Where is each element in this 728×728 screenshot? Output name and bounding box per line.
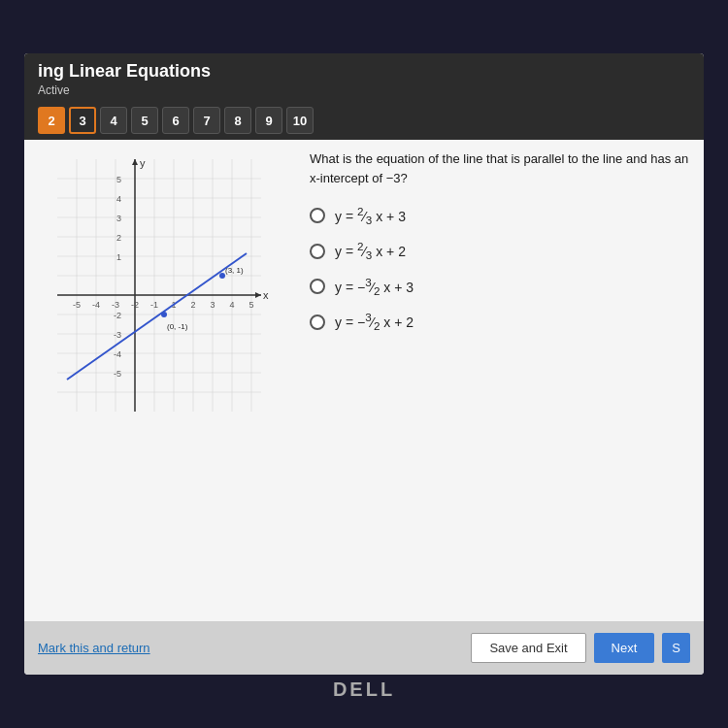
graph-svg: y x 5 4 3 2 1 -2 -3 -4 -5 -5 -4 -3 <box>38 149 271 421</box>
next-button[interactable]: Next <box>594 633 655 663</box>
option-a[interactable]: y = 2⁄3 x + 3 <box>310 205 690 226</box>
svg-text:2: 2 <box>116 233 121 243</box>
nav-btn-4[interactable]: 4 <box>100 107 127 134</box>
svg-text:(0, -1): (0, -1) <box>167 322 188 331</box>
option-b[interactable]: y = 2⁄3 x + 2 <box>310 240 690 261</box>
svg-text:-5: -5 <box>114 369 121 379</box>
option-c[interactable]: y = −3⁄2 x + 3 <box>310 276 690 297</box>
svg-text:4: 4 <box>116 194 121 204</box>
question-nav: 2 3 4 5 6 7 8 9 10 <box>24 101 704 140</box>
nav-btn-3[interactable]: 3 <box>69 107 96 134</box>
right-panel: What is the equation of the line that is… <box>310 149 690 625</box>
svg-text:-2: -2 <box>131 300 139 310</box>
svg-text:y: y <box>140 157 146 169</box>
option-a-text: y = 2⁄3 x + 3 <box>335 205 406 226</box>
mark-return-link[interactable]: Mark this and return <box>38 641 150 655</box>
bottom-bar: Mark this and return Save and Exit Next … <box>24 621 704 675</box>
nav-btn-9[interactable]: 9 <box>255 107 282 134</box>
svg-text:5: 5 <box>116 175 121 184</box>
option-b-text: y = 2⁄3 x + 2 <box>335 240 406 261</box>
dell-logo: DELL <box>333 678 395 701</box>
status-badge: Active <box>38 83 690 97</box>
nav-btn-6[interactable]: 6 <box>162 107 189 134</box>
svg-text:4: 4 <box>229 300 234 310</box>
svg-text:-4: -4 <box>92 300 100 310</box>
nav-btn-2[interactable]: 2 <box>38 107 65 134</box>
nav-btn-10[interactable]: 10 <box>286 107 314 134</box>
radio-d[interactable] <box>310 314 325 330</box>
svg-text:-3: -3 <box>112 300 119 310</box>
save-exit-button[interactable]: Save and Exit <box>471 633 585 663</box>
option-d[interactable]: y = −3⁄2 x + 2 <box>310 311 690 332</box>
main-content: y x 5 4 3 2 1 -2 -3 -4 -5 -5 -4 -3 <box>24 140 704 635</box>
radio-b[interactable] <box>310 244 325 259</box>
question-text: What is the equation of the line that is… <box>310 149 690 187</box>
left-panel: y x 5 4 3 2 1 -2 -3 -4 -5 -5 -4 -3 <box>38 149 290 625</box>
svg-text:1: 1 <box>116 252 121 262</box>
options-list: y = 2⁄3 x + 3 y = 2⁄3 x + 2 y = −3⁄2 x +… <box>310 205 690 333</box>
option-c-text: y = −3⁄2 x + 3 <box>335 276 414 297</box>
radio-c[interactable] <box>310 279 325 294</box>
graph-container: y x 5 4 3 2 1 -2 -3 -4 -5 -5 -4 -3 <box>38 149 271 421</box>
svg-text:-5: -5 <box>73 300 81 310</box>
page-title: ing Linear Equations <box>38 61 690 82</box>
svg-text:x: x <box>263 289 269 301</box>
svg-text:(3, 1): (3, 1) <box>225 266 244 275</box>
svg-text:-3: -3 <box>114 330 121 340</box>
bottom-buttons: Save and Exit Next S <box>471 633 690 663</box>
svg-text:3: 3 <box>210 300 215 310</box>
submit-button[interactable]: S <box>662 633 690 663</box>
svg-text:-1: -1 <box>150 300 158 310</box>
option-d-text: y = −3⁄2 x + 2 <box>335 311 414 332</box>
header: ing Linear Equations Active <box>24 53 704 101</box>
svg-text:2: 2 <box>190 300 195 310</box>
svg-text:5: 5 <box>248 300 253 310</box>
svg-text:3: 3 <box>116 214 121 223</box>
radio-a[interactable] <box>310 208 325 223</box>
svg-text:-2: -2 <box>114 311 121 320</box>
svg-text:-4: -4 <box>114 349 121 359</box>
screen: ing Linear Equations Active 2 3 4 5 6 7 … <box>24 53 704 675</box>
nav-btn-5[interactable]: 5 <box>131 107 158 134</box>
nav-btn-7[interactable]: 7 <box>193 107 220 134</box>
svg-point-51 <box>161 312 167 317</box>
nav-btn-8[interactable]: 8 <box>224 107 251 134</box>
